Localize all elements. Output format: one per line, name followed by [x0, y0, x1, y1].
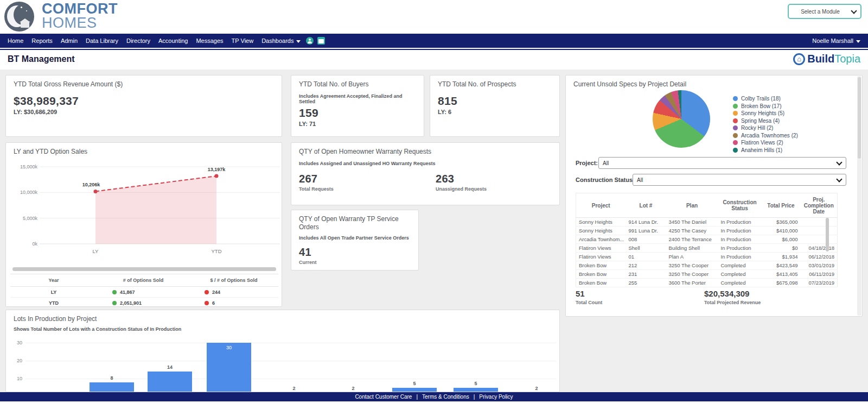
- card-vertical-scrollbar[interactable]: [857, 76, 861, 316]
- calendar-icon[interactable]: [317, 37, 325, 45]
- card-title: YTD Total No. of Prospects: [430, 75, 559, 88]
- legend-dot-icon: [733, 104, 738, 109]
- module-select[interactable]: Select a Module: [788, 4, 861, 19]
- legend-label: Broken Bow (17): [741, 103, 781, 109]
- bar[interactable]: [454, 388, 498, 393]
- y-axis-tick: 30: [9, 340, 22, 345]
- table-cell: Shell: [626, 244, 666, 253]
- y-axis-tick: 20: [9, 358, 22, 363]
- buildtopia-house-icon: ⌂: [793, 53, 805, 65]
- chat-icon[interactable]: [306, 37, 314, 45]
- cell-year: LY: [10, 287, 97, 298]
- table-cell: In Production: [718, 218, 762, 226]
- footer-link-customer-care[interactable]: Contact Customer Care: [355, 394, 412, 400]
- kpi-value: 815: [430, 88, 559, 108]
- cell-per-options-sold: 6: [189, 298, 278, 309]
- table-row[interactable]: Sonny Heights991 Luna Dr.4250 The CaseyI…: [576, 226, 838, 235]
- bar[interactable]: [90, 382, 134, 392]
- specs-table-wrap: ProjectLot #PlanConstruction StatusTotal…: [576, 193, 837, 287]
- table-row[interactable]: Broken Bow2313250 The CooperCompleted$41…: [576, 270, 838, 279]
- nav-item-home[interactable]: Home: [8, 37, 23, 44]
- card-option-sales: LY and YTD Option Sales 0k5,000k10,000k1…: [5, 142, 282, 307]
- bar[interactable]: [148, 372, 192, 392]
- brand-topia-text: Topia: [834, 53, 860, 65]
- card-ytd-prospects: YTD Total No. of Prospects 815 LY: 6: [430, 75, 560, 137]
- unsold-pie[interactable]: [653, 90, 710, 148]
- bar-value-label: 2: [331, 386, 375, 391]
- footer-link-privacy[interactable]: Privacy Policy: [479, 394, 513, 400]
- legend-item[interactable]: Anaheim Hills (1): [733, 147, 798, 154]
- legend-item[interactable]: Arcadia Townhomes (2): [733, 132, 798, 140]
- caret-down-icon: [856, 40, 860, 43]
- bar[interactable]: [392, 388, 437, 393]
- specs-column-header[interactable]: Construction Status: [718, 193, 762, 218]
- table-row[interactable]: Arcadia Townhom...0082400 The TerranceIn…: [576, 235, 838, 244]
- nav-item-admin[interactable]: Admin: [61, 37, 78, 44]
- specs-table-header: ProjectLot #PlanConstruction StatusTotal…: [576, 193, 838, 218]
- bar-value-label: 30: [207, 345, 251, 350]
- table-cell: In Production: [718, 235, 762, 244]
- table-cell: In Production: [718, 244, 762, 253]
- legend-item[interactable]: Rocky Hill (2): [733, 124, 798, 132]
- page-footer: Contact Customer Care | Terms & Conditio…: [0, 392, 868, 401]
- horizontal-scrollbar[interactable]: [12, 267, 276, 271]
- bar-value-label: 2: [514, 386, 559, 391]
- table-row[interactable]: Sonny Heights914 Luna Dr.3450 The Daniel…: [576, 218, 838, 226]
- table-row[interactable]: Broken Bow2123250 The CooperCompleted$42…: [576, 261, 838, 270]
- card-title: LY and YTD Option Sales: [6, 143, 282, 155]
- table-cell: $675,098: [762, 279, 801, 287]
- mini-table-header: Year: [10, 274, 97, 287]
- total-count-value: 51: [576, 289, 602, 298]
- footer-separator: |: [416, 394, 418, 400]
- legend-dot-icon: [733, 140, 738, 145]
- table-row[interactable]: Broken Bow2553600 The PorterCompleted$67…: [576, 279, 838, 287]
- legend-item[interactable]: Spring Mesa (4): [733, 117, 798, 125]
- table-cell: Broken Bow: [576, 261, 626, 270]
- nav-item-accounting[interactable]: Accounting: [158, 37, 188, 44]
- page-title: BT Management: [8, 54, 75, 64]
- card-lots-in-production: Lots In Production by Project Shows Tota…: [5, 310, 560, 392]
- page-header: BT Management ⌂ Build Topia: [0, 50, 868, 70]
- table-cell: 07/23/2019: [801, 279, 838, 287]
- card-title: Current Unsold Specs by Project Detail: [566, 75, 862, 88]
- nav-item-directory[interactable]: Directory: [126, 37, 150, 44]
- project-filter-select[interactable]: All: [598, 157, 846, 169]
- footer-link-terms[interactable]: Terms & Conditions: [422, 394, 469, 400]
- table-vertical-scrollbar[interactable]: [826, 218, 829, 251]
- table-row[interactable]: Flatiron ViewsShellBuilding ShellIn Prod…: [576, 244, 838, 253]
- table-row[interactable]: Flatiron Views01Plan AIn Production$1,93…: [576, 253, 838, 261]
- option-sales-table: Year# of Options Sold$ / # of Options So…: [10, 274, 278, 309]
- legend-item[interactable]: Broken Bow (17): [733, 103, 798, 110]
- legend-item[interactable]: Sonny Heights (5): [733, 110, 798, 117]
- nav-item-tp-view[interactable]: TP View: [232, 37, 254, 44]
- total-revenue-block: $20,534,309 Total Projected Revenue: [704, 289, 761, 305]
- logo-text: COMFORT HOMES: [42, 2, 118, 30]
- specs-column-header[interactable]: Project: [576, 193, 626, 218]
- chevron-down-icon: [851, 8, 857, 14]
- table-cell: In Production: [718, 253, 762, 261]
- metric-label: Unassigned Requests: [428, 185, 494, 192]
- status-filter-select[interactable]: All: [633, 174, 846, 186]
- table-cell: $413,405: [762, 270, 801, 279]
- logo-line-comfort: COMFORT: [42, 2, 118, 16]
- user-menu[interactable]: Noelle Marshall: [812, 37, 860, 44]
- legend-item[interactable]: Flatiron Views (2): [733, 139, 798, 147]
- legend-item[interactable]: Colby Trails (18): [733, 95, 798, 103]
- nav-item-dashboards[interactable]: Dashboards: [261, 37, 301, 44]
- comfort-homes-logo[interactable]: COMFORT HOMES: [4, 2, 118, 32]
- footer-separator: |: [474, 394, 475, 400]
- legend-label: Anaheim Hills (1): [741, 147, 782, 153]
- kpi-value: 159: [291, 104, 424, 119]
- specs-column-header[interactable]: Plan: [666, 193, 718, 218]
- brand-build-text: Build: [807, 53, 834, 65]
- table-cell: $1,934: [762, 253, 801, 261]
- nav-item-reports[interactable]: Reports: [31, 37, 53, 44]
- specs-column-header[interactable]: Proj. Completion Date: [801, 193, 838, 218]
- nav-item-messages[interactable]: Messages: [196, 37, 223, 44]
- specs-column-header[interactable]: Total Price: [762, 193, 801, 218]
- nav-item-data-library[interactable]: Data Library: [86, 37, 118, 44]
- specs-column-header[interactable]: Lot #: [626, 193, 666, 218]
- legend-label: Flatiron Views (2): [741, 140, 783, 146]
- table-cell: 991 Luna Dr.: [626, 226, 666, 235]
- table-cell: 04/18/2018: [801, 244, 838, 253]
